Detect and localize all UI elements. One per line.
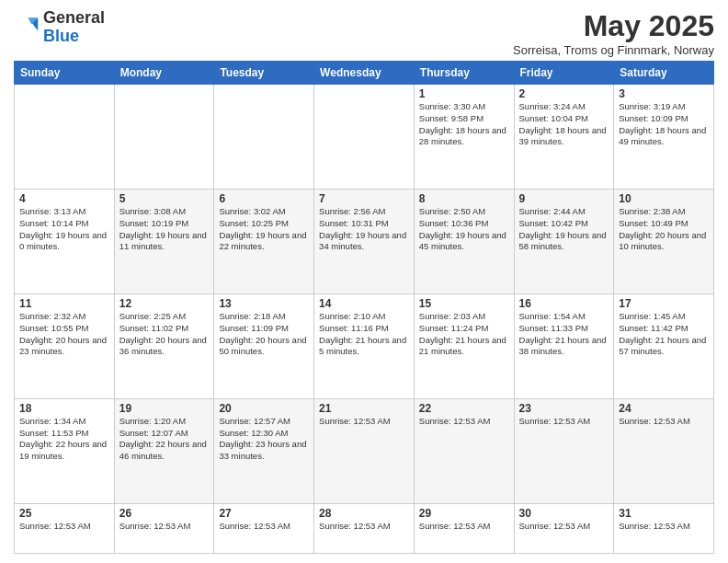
week-row-2: 4Sunrise: 3:13 AM Sunset: 10:14 PM Dayli… [15,189,714,293]
day-cell: 4Sunrise: 3:13 AM Sunset: 10:14 PM Dayli… [15,189,115,293]
week-row-5: 25Sunrise: 12:53 AM26Sunrise: 12:53 AM27… [15,503,714,553]
col-header-sunday: Sunday [15,62,115,85]
day-cell: 24Sunrise: 12:53 AM [614,398,714,503]
day-number: 3 [619,87,709,100]
day-cell: 16Sunrise: 1:54 AM Sunset: 11:33 PM Dayl… [514,293,614,398]
day-cell: 17Sunrise: 1:45 AM Sunset: 11:42 PM Dayl… [614,293,714,398]
title-section: May 2025 Sorreisa, Troms og Finnmark, No… [513,9,714,57]
day-info: Sunrise: 2:03 AM Sunset: 11:24 PM Daylig… [419,311,509,358]
day-number: 25 [19,507,109,520]
day-number: 16 [519,297,609,310]
day-info: Sunrise: 2:25 AM Sunset: 11:02 PM Daylig… [119,311,210,358]
logo-icon [14,15,40,40]
day-cell: 8Sunrise: 2:50 AM Sunset: 10:36 PM Dayli… [414,189,514,293]
day-cell: 18Sunrise: 1:34 AM Sunset: 11:53 PM Dayl… [15,398,115,503]
day-number: 4 [19,192,109,205]
day-info: Sunrise: 1:34 AM Sunset: 11:53 PM Daylig… [19,416,109,463]
day-info: Sunrise: 12:53 AM [219,521,309,533]
day-info: Sunrise: 12:53 AM [519,521,609,533]
day-number: 9 [519,192,609,205]
day-cell: 26Sunrise: 12:53 AM [114,503,214,553]
day-number: 30 [519,507,609,520]
day-info: Sunrise: 12:53 AM [519,416,609,428]
day-cell: 23Sunrise: 12:53 AM [514,398,614,503]
day-cell [15,85,115,190]
day-number: 15 [419,297,509,310]
week-row-3: 11Sunrise: 2:32 AM Sunset: 10:55 PM Dayl… [15,293,714,398]
day-info: Sunrise: 12:53 AM [319,521,409,533]
day-cell: 10Sunrise: 2:38 AM Sunset: 10:49 PM Dayl… [614,189,714,293]
day-cell: 19Sunrise: 1:20 AM Sunset: 12:07 AM Dayl… [114,398,214,503]
day-number: 20 [219,402,309,415]
day-number: 12 [119,297,210,310]
day-number: 10 [619,192,709,205]
day-number: 14 [319,297,409,310]
day-number: 31 [619,507,709,520]
day-cell: 31Sunrise: 12:53 AM [614,503,714,553]
day-number: 7 [319,192,409,205]
day-cell: 22Sunrise: 12:53 AM [414,398,514,503]
subtitle: Sorreisa, Troms og Finnmark, Norway [513,43,714,57]
day-info: Sunrise: 1:54 AM Sunset: 11:33 PM Daylig… [519,311,609,358]
day-number: 2 [519,87,609,100]
day-info: Sunrise: 12:57 AM Sunset: 12:30 AM Dayli… [219,416,309,463]
day-cell: 15Sunrise: 2:03 AM Sunset: 11:24 PM Dayl… [414,293,514,398]
day-number: 23 [519,402,609,415]
day-number: 6 [219,192,309,205]
day-info: Sunrise: 3:02 AM Sunset: 10:25 PM Daylig… [219,206,309,253]
day-info: Sunrise: 12:53 AM [19,521,109,533]
day-info: Sunrise: 1:20 AM Sunset: 12:07 AM Daylig… [119,416,210,463]
day-cell: 1Sunrise: 3:30 AM Sunset: 9:58 PM Daylig… [414,85,514,190]
day-info: Sunrise: 12:53 AM [619,416,709,428]
col-header-monday: Monday [114,62,214,85]
col-header-friday: Friday [514,62,614,85]
day-cell: 14Sunrise: 2:10 AM Sunset: 11:16 PM Dayl… [314,293,415,398]
day-cell: 2Sunrise: 3:24 AM Sunset: 10:04 PM Dayli… [514,85,614,190]
day-number: 1 [419,87,509,100]
day-number: 5 [119,192,210,205]
day-cell: 3Sunrise: 3:19 AM Sunset: 10:09 PM Dayli… [614,85,714,190]
day-cell: 30Sunrise: 12:53 AM [514,503,614,553]
day-info: Sunrise: 2:56 AM Sunset: 10:31 PM Daylig… [319,206,409,253]
day-cell: 29Sunrise: 12:53 AM [414,503,514,553]
col-header-thursday: Thursday [414,62,514,85]
logo-general: General [43,8,105,27]
day-info: Sunrise: 3:30 AM Sunset: 9:58 PM Dayligh… [419,101,509,148]
day-number: 26 [119,507,210,520]
day-cell: 6Sunrise: 3:02 AM Sunset: 10:25 PM Dayli… [214,189,314,293]
day-cell: 12Sunrise: 2:25 AM Sunset: 11:02 PM Dayl… [114,293,214,398]
calendar-table: SundayMondayTuesdayWednesdayThursdayFrid… [14,61,714,554]
day-number: 21 [319,402,409,415]
header-row: SundayMondayTuesdayWednesdayThursdayFrid… [15,62,714,85]
day-info: Sunrise: 3:13 AM Sunset: 10:14 PM Daylig… [19,206,109,253]
day-info: Sunrise: 2:38 AM Sunset: 10:49 PM Daylig… [619,206,709,253]
day-cell [114,85,214,190]
day-info: Sunrise: 12:53 AM [419,416,509,428]
day-info: Sunrise: 2:50 AM Sunset: 10:36 PM Daylig… [419,206,509,253]
day-info: Sunrise: 2:18 AM Sunset: 11:09 PM Daylig… [219,311,309,358]
page: General Blue May 2025 Sorreisa, Troms og… [0,0,728,563]
day-info: Sunrise: 3:19 AM Sunset: 10:09 PM Daylig… [619,101,709,148]
day-cell: 27Sunrise: 12:53 AM [214,503,314,553]
col-header-wednesday: Wednesday [314,62,415,85]
day-cell: 11Sunrise: 2:32 AM Sunset: 10:55 PM Dayl… [15,293,115,398]
day-cell: 7Sunrise: 2:56 AM Sunset: 10:31 PM Dayli… [314,189,415,293]
logo-text: General Blue [43,9,105,46]
day-cell [214,85,314,190]
day-number: 17 [619,297,709,310]
day-number: 27 [219,507,309,520]
day-cell: 9Sunrise: 2:44 AM Sunset: 10:42 PM Dayli… [514,189,614,293]
day-info: Sunrise: 12:53 AM [419,521,509,533]
day-cell: 28Sunrise: 12:53 AM [314,503,415,553]
day-number: 29 [419,507,509,520]
day-number: 8 [419,192,509,205]
day-cell: 25Sunrise: 12:53 AM [15,503,115,553]
week-row-4: 18Sunrise: 1:34 AM Sunset: 11:53 PM Dayl… [15,398,714,503]
month-title: May 2025 [513,9,714,43]
day-cell: 20Sunrise: 12:57 AM Sunset: 12:30 AM Day… [214,398,314,503]
day-info: Sunrise: 3:08 AM Sunset: 10:19 PM Daylig… [119,206,210,253]
col-header-tuesday: Tuesday [214,62,314,85]
day-number: 18 [19,402,109,415]
day-number: 13 [219,297,309,310]
logo: General Blue [14,9,105,46]
